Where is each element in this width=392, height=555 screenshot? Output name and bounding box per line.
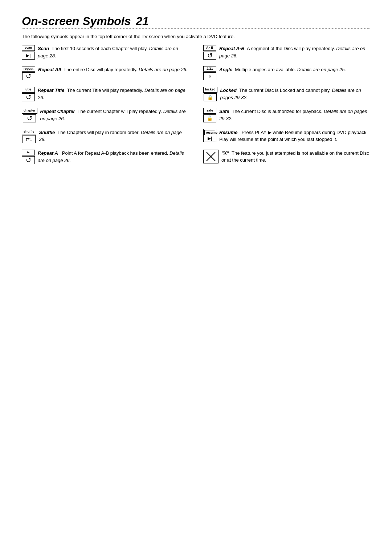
intro-text: The following symbols appear in the top … [22, 34, 370, 39]
shuffle-entry: shuffle ⇄↕ Shuffle The Chapters will pla… [22, 129, 189, 143]
scan-label-box: scan [22, 45, 35, 51]
angle-details: Details are on page 25. [297, 67, 346, 72]
repeat-a-text: Repeat A Point A for Repeat A-B playback… [38, 150, 189, 164]
repeat-a-entry: A· ↺ Repeat A Point A for Repeat A-B pla… [22, 150, 189, 164]
scan-symbol: ▶| [22, 52, 35, 60]
shuffle-text: Shuffle The Chapters will play in random… [39, 129, 189, 143]
scan-details: Details are on page 28. [38, 46, 178, 58]
repeat-a-details: Details are on page 26. [38, 150, 184, 163]
resume-play-symbol: ▶| [208, 136, 212, 141]
angle-symbol: ⋄ [203, 72, 216, 80]
repeat-title-symbol: ↺ [22, 93, 35, 101]
locked-text: Locked The current Disc is Locked and ca… [220, 87, 370, 101]
shuffle-label-box: shuffle [22, 129, 36, 135]
safe-name: Safe [219, 109, 229, 114]
page-header: On-screen Symbols 21 [22, 15, 370, 28]
repeat-chapter-name: Repeat Chapter [40, 109, 75, 114]
repeat-all-text: Repeat All The entire Disc will play rep… [38, 66, 189, 73]
resume-name: Resume [219, 130, 238, 135]
chapter-label-box: chapter [22, 108, 37, 114]
right-column: A · B ↺ Repeat A-B A segment of the Disc… [203, 45, 370, 171]
repeat-all-name: Repeat All [38, 67, 61, 72]
scan-text: Scan The first 10 seconds of each Chapte… [38, 45, 189, 59]
scan-name: Scan [38, 46, 49, 51]
repeat-ab-text: Repeat A-B A segment of the Disc will pl… [219, 45, 370, 59]
locked-entry: locked 🔒 Locked The current Disc is Lock… [203, 87, 370, 101]
repeat-chapter-text: Repeat Chapter The current Chapter will … [40, 108, 189, 122]
locked-label-box: locked [203, 87, 217, 93]
locked-details: Details are on pages 29-32. [220, 88, 361, 100]
shuffle-details: Details are on page 28. [39, 130, 182, 142]
repeat-chapter-icon: chapter ↺ [22, 108, 37, 122]
safe-details: Details are on pages 29-32. [219, 109, 367, 121]
repeat-all-details: Details are on page 26. [139, 67, 187, 72]
repeat-title-entry: title ↺ Repeat Title The current Title w… [22, 87, 189, 101]
x-icon [203, 150, 219, 163]
angle-icon: 2/21 ⋄ [203, 66, 216, 81]
resume-entry: resume ▶| Resume Press PLAY ▶ while Resu… [203, 129, 370, 143]
repeat-all-entry: repeat ↺ Repeat All The entire Disc will… [22, 66, 189, 81]
repeat-a-label-box: A· [22, 150, 35, 155]
x-name: "X" [221, 150, 229, 156]
repeat-all-icon: repeat ↺ [22, 66, 35, 81]
locked-symbol: 🔒 [204, 93, 217, 101]
content-columns: scan ▶| Scan The first 10 seconds of eac… [22, 45, 370, 171]
scan-icon: scan ▶| [22, 45, 35, 60]
page-title: On-screen Symbols [22, 15, 131, 28]
angle-text: Angle Multiple angles are available. Det… [219, 66, 370, 73]
left-column: scan ▶| Scan The first 10 seconds of eac… [22, 45, 189, 171]
shuffle-icon: shuffle ⇄↕ [22, 129, 36, 143]
repeat-a-symbol: ↺ [22, 156, 35, 164]
repeat-ab-symbol: ↺ [203, 52, 216, 60]
x-entry: "X" The feature you just attempted is no… [203, 150, 370, 164]
repeat-all-symbol: ↺ [22, 72, 35, 80]
repeat-a-name: Repeat A [38, 150, 58, 156]
safe-text: Safe The current Disc is authorized for … [219, 108, 370, 122]
page-number: 21 [136, 15, 149, 28]
resume-text: Resume Press PLAY ▶ while Resume appears… [219, 129, 370, 143]
angle-entry: 2/21 ⋄ Angle Multiple angles are availab… [203, 66, 370, 81]
title-label-box: title [22, 87, 35, 93]
repeat-ab-icon: A · B ↺ [203, 45, 216, 60]
safe-label-box: safe [203, 108, 216, 114]
safe-symbol: 🔓 [203, 114, 216, 122]
angle-name: Angle [219, 67, 232, 72]
repeat-ab-name: Repeat A-B [219, 46, 245, 51]
x-box [203, 150, 219, 163]
safe-icon: safe 🔓 [203, 108, 216, 122]
repeat-chapter-symbol: ↺ [23, 114, 36, 122]
shuffle-symbol: ⇄↕ [23, 135, 36, 143]
locked-icon: locked 🔒 [203, 87, 217, 101]
shuffle-name: Shuffle [39, 130, 55, 135]
repeat-title-name: Repeat Title [38, 88, 64, 93]
x-svg [205, 151, 217, 162]
locked-name: Locked [220, 88, 237, 93]
resume-icon: resume ▶| [203, 129, 216, 142]
divider [22, 28, 370, 29]
resume-icon-box: resume ▶| [203, 129, 216, 142]
angle-label-box: 2/21 [203, 66, 216, 72]
x-text: "X" The feature you just attempted is no… [221, 150, 370, 164]
repeat-ab-entry: A · B ↺ Repeat A-B A segment of the Disc… [203, 45, 370, 60]
resume-label-box: resume [204, 130, 215, 135]
repeat-a-icon: A· ↺ [22, 150, 35, 164]
repeat-title-icon: title ↺ [22, 87, 35, 101]
scan-entry: scan ▶| Scan The first 10 seconds of eac… [22, 45, 189, 60]
repeat-chapter-entry: chapter ↺ Repeat Chapter The current Cha… [22, 108, 189, 122]
repeat-ab-label-box: A · B [203, 45, 216, 51]
repeat-title-text: Repeat Title The current Title will play… [38, 87, 189, 101]
safe-entry: safe 🔓 Safe The current Disc is authoriz… [203, 108, 370, 122]
repeat-label-box: repeat [22, 66, 35, 72]
